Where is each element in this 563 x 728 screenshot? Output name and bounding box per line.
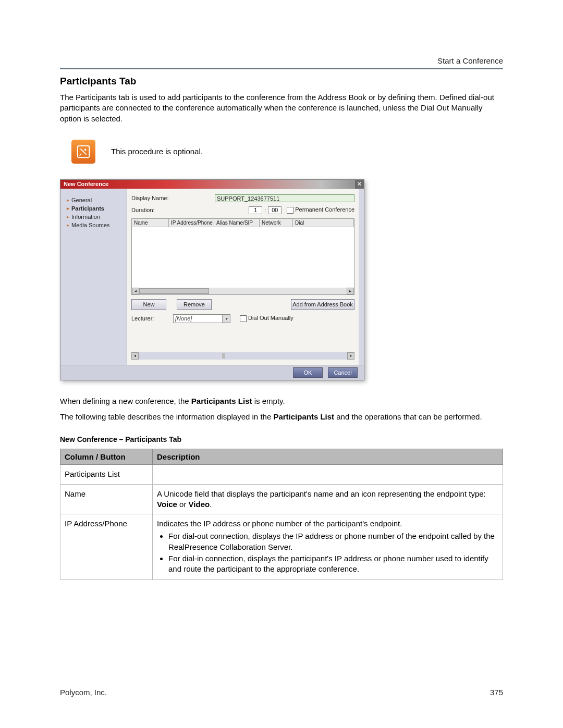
grid-header: Name IP Address/Phone Alias Name/SIP Net…: [132, 219, 354, 227]
participants-tab-table: Column / Button Description Participants…: [60, 449, 503, 580]
table-row: IP Address/Phone Indicates the IP addres…: [60, 514, 503, 580]
svg-point-1: [84, 149, 87, 151]
lecturer-label: Lecturer:: [131, 315, 168, 322]
scroll-thumb[interactable]: [222, 353, 225, 359]
table-cell: A Unicode field that displays the partic…: [153, 484, 503, 514]
duration-control: 1 : 00 Permanent Conference: [249, 206, 354, 214]
scroll-track[interactable]: [139, 353, 347, 359]
duration-hours-stepper[interactable]: 1: [249, 206, 262, 214]
sidebar-item-label: Participants: [71, 205, 104, 212]
dialog-title: New Conference: [64, 181, 108, 187]
dial-out-manually-checkbox[interactable]: Dial Out Manually: [240, 315, 293, 322]
sidebar-item-label: Media Sources: [71, 222, 109, 228]
sidebar-item-media-sources[interactable]: ▸Media Sources: [67, 221, 124, 229]
dialog-footer: OK Cancel: [60, 365, 364, 380]
column-dial[interactable]: Dial: [293, 219, 354, 227]
table-cell: [153, 465, 503, 484]
display-name-label: Display Name:: [131, 195, 215, 201]
grid-body: [132, 227, 354, 288]
section-intro: The Participants tab is used to add part…: [60, 92, 503, 124]
cancel-button[interactable]: Cancel: [328, 367, 358, 378]
column-alias[interactable]: Alias Name/SIP: [214, 219, 260, 227]
table-row: Participants List: [60, 465, 503, 484]
close-icon[interactable]: ×: [355, 180, 364, 189]
footer-page-number: 375: [490, 688, 503, 697]
checkbox-icon: [240, 315, 247, 322]
chevron-down-icon: ▾: [222, 315, 230, 323]
scroll-track[interactable]: [139, 288, 209, 294]
scroll-right-icon[interactable]: ▸: [347, 288, 354, 294]
duration-label: Duration:: [131, 207, 215, 213]
screenshot: New Conference × ▸General ▸Participants …: [60, 179, 503, 380]
paragraph: The following table describes the inform…: [60, 412, 503, 422]
dialog-sidebar: ▸General ▸Participants ▸Information ▸Med…: [60, 189, 127, 365]
add-from-address-book-button[interactable]: Add from Address Book: [291, 299, 354, 310]
note-block: This procedure is optional.: [71, 140, 503, 164]
scroll-left-icon[interactable]: ◂: [131, 352, 139, 360]
chevron-right-icon: ▸: [67, 198, 69, 203]
paragraph: When defining a new conference, the Part…: [60, 396, 503, 406]
sidebar-item-general[interactable]: ▸General: [67, 196, 124, 204]
chevron-right-icon: ▸: [67, 223, 69, 228]
sidebar-item-label: General: [71, 197, 92, 203]
select-value: [None]: [175, 315, 192, 322]
sidebar-item-participants[interactable]: ▸Participants: [67, 204, 124, 213]
table-title: New Conference – Participants Tab: [60, 435, 503, 443]
ok-button[interactable]: OK: [293, 367, 323, 378]
scroll-right-icon[interactable]: ▸: [347, 352, 354, 360]
panel-horizontal-scrollbar[interactable]: ◂ ▸: [131, 352, 354, 360]
lecturer-select[interactable]: [None] ▾: [173, 314, 230, 323]
chevron-right-icon: ▸: [67, 214, 69, 219]
list-item: For dial-out connection, displays the IP…: [168, 531, 498, 552]
footer-company: Polycom, Inc.: [60, 688, 107, 697]
permanent-conference-checkbox[interactable]: Permanent Conference: [287, 206, 354, 214]
sidebar-item-information[interactable]: ▸Information: [67, 213, 124, 221]
scroll-left-icon[interactable]: ◂: [132, 288, 139, 294]
new-conference-dialog: New Conference × ▸General ▸Participants …: [60, 179, 364, 380]
column-ip[interactable]: IP Address/Phone: [169, 219, 214, 227]
sidebar-item-label: Information: [71, 214, 100, 220]
checkbox-label: Dial Out Manually: [248, 315, 293, 321]
checkbox-label: Permanent Conference: [295, 206, 354, 213]
header-breadcrumb: Start a Conference: [437, 56, 503, 65]
chevron-right-icon: ▸: [67, 206, 69, 211]
table-row: Name A Unicode field that displays the p…: [60, 484, 503, 514]
table-cell: Indicates the IP address or phone number…: [153, 514, 503, 580]
note-icon: [71, 140, 95, 164]
dialog-titlebar: New Conference ×: [60, 180, 364, 189]
duration-separator: :: [264, 207, 266, 213]
table-header-column: Column / Button: [60, 449, 153, 465]
display-name-input[interactable]: SUPPORT_1243677511: [215, 194, 354, 202]
new-button[interactable]: New: [131, 299, 166, 310]
column-name[interactable]: Name: [132, 219, 169, 227]
duration-minutes-stepper[interactable]: 00: [268, 206, 282, 214]
grid-horizontal-scrollbar[interactable]: ◂ ▸: [132, 288, 354, 294]
table-cell: Participants List: [60, 465, 153, 484]
table-cell: IP Address/Phone: [60, 514, 153, 580]
note-text: This procedure is optional.: [111, 147, 203, 156]
list-item: For dial-in connection, displays the par…: [168, 553, 498, 575]
header-rule: [60, 68, 503, 69]
participants-grid: Name IP Address/Phone Alias Name/SIP Net…: [131, 218, 354, 295]
checkbox-icon: [287, 207, 293, 214]
table-header-description: Description: [153, 449, 503, 465]
table-cell: Name: [60, 484, 153, 514]
column-network[interactable]: Network: [260, 219, 293, 227]
section-title: Participants Tab: [60, 76, 503, 87]
remove-button[interactable]: Remove: [177, 299, 212, 310]
